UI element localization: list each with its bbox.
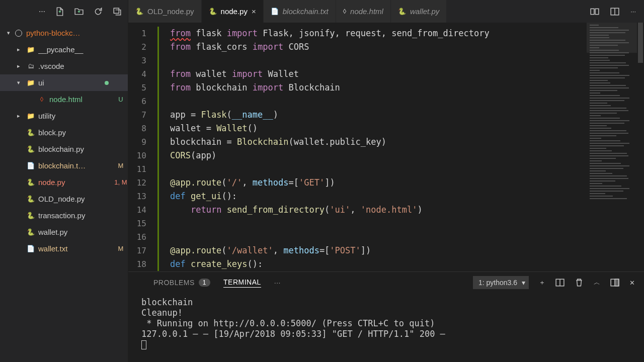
svg-rect-0 (114, 8, 119, 13)
root-label: python-blockc… (26, 29, 128, 37)
tree-folder[interactable]: 📁ui (0, 74, 128, 91)
new-folder-icon[interactable] (74, 7, 84, 16)
chevron-icon (17, 79, 25, 86)
chevron-down-icon (7, 30, 15, 36)
file-icon: 📁 (25, 112, 36, 120)
chevron-icon (17, 63, 25, 69)
panel-tab-terminal[interactable]: TERMINAL (223, 278, 261, 288)
tree-item-label: blockchain.py (38, 145, 114, 153)
tab-file-icon: 📄 (271, 8, 279, 15)
tree-item-label: block.py (38, 128, 114, 137)
vertical-scrollbar[interactable] (637, 23, 644, 272)
tree-item-label: OLD_node.py (38, 195, 114, 203)
code-content[interactable]: from flask import Flask, jsonify, reques… (158, 23, 587, 272)
tree-file[interactable]: 🐍node.py1, M (0, 174, 128, 191)
file-icon: 🗂 (25, 62, 36, 70)
tree-item-label: __pycache__ (38, 45, 114, 54)
collapse-all-icon[interactable] (113, 7, 122, 16)
panel-collapse-icon[interactable]: ︿ (594, 278, 600, 287)
chevron-icon (17, 46, 25, 53)
tree-folder[interactable]: 🗂.vscode (0, 58, 128, 74)
editor-tab[interactable]: ◊node.html (336, 0, 391, 23)
git-status-label: U (114, 96, 128, 103)
tree-file[interactable]: 🐍blockchain.py (0, 141, 128, 157)
tab-label: OLD_node.py (147, 7, 194, 16)
svg-rect-1 (591, 9, 594, 14)
file-icon: 📄 (25, 162, 36, 169)
tree-item-label: node.py (38, 178, 114, 187)
tree-folder[interactable]: 📁__pycache__ (0, 41, 128, 58)
panel-close-icon[interactable]: ✕ (629, 279, 635, 287)
tab-file-icon: 🐍 (209, 8, 217, 15)
tree-item-label: transaction.py (38, 211, 114, 220)
line-gutter: 123456789101112131415161718 (128, 23, 158, 272)
file-icon: 🐍 (25, 228, 36, 236)
panel-tabs: PROBLEMS 1 TERMINAL ··· 1: python3.6 ＋ (128, 272, 644, 293)
terminal-output[interactable]: blockchain Cleanup! * Running on http://… (128, 293, 644, 362)
tree-item-label: ui (38, 78, 105, 87)
file-icon: 🐍 (25, 178, 36, 186)
minimap[interactable] (587, 23, 637, 272)
tree-item-label: wallet.txt (38, 244, 114, 253)
scrollbar-thumb[interactable] (638, 23, 643, 63)
file-icon: ◊ (36, 96, 47, 103)
more-actions-icon[interactable]: ··· (630, 8, 636, 15)
svg-rect-2 (595, 9, 599, 14)
tree-file[interactable]: 🐍block.py (0, 124, 128, 141)
tree-item-label: blockchain.t… (38, 161, 114, 170)
tabbar-actions: ··· (582, 0, 644, 23)
tree-file[interactable]: 🐍wallet.py (0, 224, 128, 240)
tree-file[interactable]: 🐍OLD_node.py (0, 191, 128, 207)
tree-item-label: wallet.py (38, 228, 114, 236)
tab-close-icon[interactable]: × (252, 7, 256, 16)
tab-bar: 🐍OLD_node.py🐍node.py×📄blockchain.txt◊nod… (128, 0, 644, 23)
tree-item-label: node.html (49, 95, 114, 104)
file-icon: 🐍 (25, 212, 36, 219)
editor-tab[interactable]: 🐍node.py× (202, 0, 264, 23)
tree-file[interactable]: 🐍transaction.py (0, 207, 128, 224)
git-status-label: M (114, 245, 128, 252)
file-tree: python-blockc… 📁__pycache__🗂.vscode📁ui◊n… (0, 23, 128, 362)
editor-tab[interactable]: 📄blockchain.txt (264, 0, 336, 23)
file-icon: 📁 (25, 79, 36, 86)
file-icon: 🐍 (25, 145, 36, 153)
refresh-icon[interactable] (94, 7, 103, 16)
split-terminal-icon[interactable] (555, 278, 565, 287)
file-icon: 📄 (25, 245, 36, 252)
tree-file[interactable]: 📄wallet.txtM (0, 240, 128, 257)
tree-file[interactable]: ◊node.htmlU (0, 91, 128, 108)
editor-tab[interactable]: 🐍wallet.py (391, 0, 447, 23)
new-file-icon[interactable] (55, 7, 64, 16)
panel-tab-problems[interactable]: PROBLEMS 1 (153, 279, 210, 287)
tab-file-icon: 🐍 (398, 8, 406, 15)
svg-rect-6 (615, 279, 619, 286)
git-status-label: M (114, 162, 128, 169)
new-terminal-icon[interactable]: ＋ (539, 278, 545, 287)
problems-count-badge: 1 (199, 279, 210, 287)
editor-area: 🐍OLD_node.py🐍node.py×📄blockchain.txt◊nod… (128, 0, 644, 362)
more-icon[interactable]: ⋯ (39, 8, 45, 15)
explorer-toolbar: ⋯ (0, 0, 128, 23)
panel-tab-more[interactable]: ··· (274, 279, 281, 287)
tree-file[interactable]: 📄blockchain.t…M (0, 157, 128, 174)
tree-folder[interactable]: 📁utility (0, 108, 128, 124)
tree-item-label: .vscode (38, 62, 114, 70)
panel-actions: 1: python3.6 ＋ ︿ ✕ (473, 276, 635, 289)
tree-root[interactable]: python-blockc… (0, 25, 128, 41)
compare-changes-icon[interactable] (590, 7, 599, 16)
git-status-circle-icon (15, 30, 22, 37)
tab-file-icon: 🐍 (135, 8, 143, 15)
code-editor[interactable]: 123456789101112131415161718 from flask i… (128, 23, 644, 272)
terminal-select[interactable]: 1: python3.6 (473, 276, 529, 289)
kill-terminal-icon[interactable] (575, 278, 584, 287)
terminal-cursor (141, 340, 146, 349)
panel-maximize-icon[interactable] (610, 278, 619, 287)
minimap-lines (590, 25, 634, 201)
file-icon: 📁 (25, 46, 36, 53)
editor-tab[interactable]: 🐍OLD_node.py (128, 0, 202, 23)
split-editor-icon[interactable] (610, 7, 619, 16)
git-dot-icon (105, 81, 109, 85)
tab-label: node.py (221, 7, 248, 16)
tab-label: wallet.py (410, 7, 439, 16)
file-icon: 🐍 (25, 129, 36, 136)
